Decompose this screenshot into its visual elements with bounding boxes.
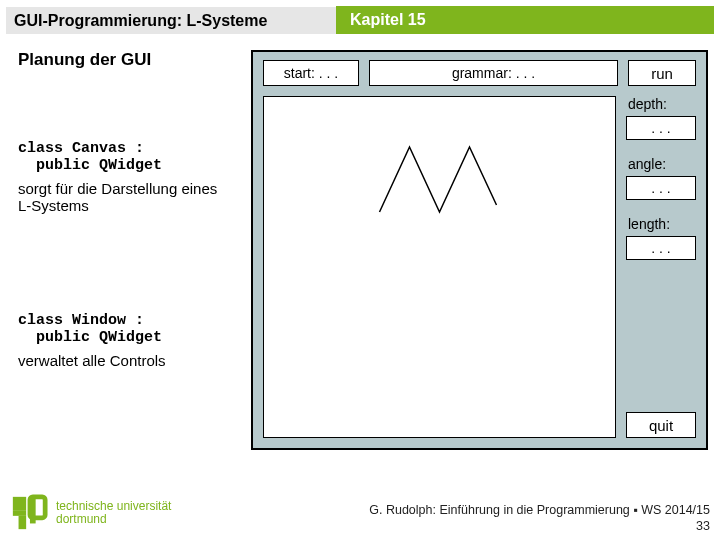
top-bar: GUI-Programmierung: L-Systeme Kapitel 15 (6, 6, 714, 34)
quit-button[interactable]: quit (626, 412, 696, 438)
length-field[interactable]: . . . (626, 236, 696, 260)
gui-mockup: start: . . . grammar: . . . run depth: .… (251, 50, 708, 450)
depth-label: depth: (626, 96, 696, 112)
footer-page: 33 (369, 518, 710, 534)
svg-rect-4 (30, 497, 36, 524)
content-area: Planung der GUI class Canvas : public QW… (12, 50, 708, 500)
start-field[interactable]: start: . . . (263, 60, 359, 86)
svg-rect-0 (13, 497, 26, 510)
code-window-class: class Window : public QWidget (18, 312, 228, 346)
mock-body: depth: . . . angle: . . . length: . . . … (263, 96, 696, 438)
mock-top-row: start: . . . grammar: . . . run (253, 52, 706, 86)
desc-window: verwaltet alle Controls (18, 352, 228, 369)
slide-title-left: GUI-Programmierung: L-Systeme (6, 6, 336, 34)
run-button[interactable]: run (628, 60, 696, 86)
logo-text: technische universität dortmund (56, 500, 171, 526)
angle-label: angle: (626, 156, 696, 172)
svg-rect-1 (13, 510, 26, 516)
code-canvas-class: class Canvas : public QWidget (18, 140, 228, 174)
left-column: class Canvas : public QWidget sorgt für … (18, 140, 228, 397)
footer-line1: G. Rudolph: Einführung in die Programmie… (369, 502, 710, 518)
slide-title-right: Kapitel 15 (336, 6, 714, 34)
angle-field[interactable]: . . . (626, 176, 696, 200)
side-panel: depth: . . . angle: . . . length: . . . … (626, 96, 696, 438)
logo-line2: dortmund (56, 513, 171, 526)
university-logo: technische universität dortmund (10, 494, 171, 532)
length-label: length: (626, 216, 696, 232)
l-system-drawing (264, 97, 615, 437)
svg-rect-2 (19, 516, 27, 529)
grammar-field[interactable]: grammar: . . . (369, 60, 618, 86)
tu-logo-icon (10, 494, 48, 532)
canvas-area (263, 96, 616, 438)
footer: G. Rudolph: Einführung in die Programmie… (369, 502, 710, 535)
desc-canvas: sorgt für die Darstellung eines L-System… (18, 180, 228, 214)
depth-field[interactable]: . . . (626, 116, 696, 140)
